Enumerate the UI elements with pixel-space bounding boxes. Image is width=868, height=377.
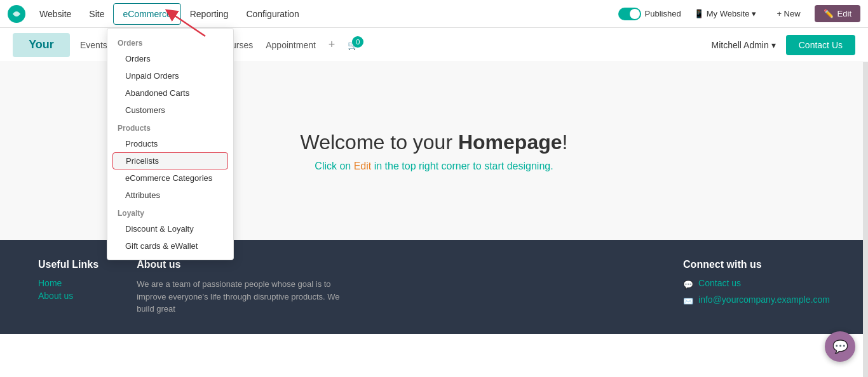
footer-email-link[interactable]: info@yourcompany.example.com xyxy=(698,294,830,305)
nav-events[interactable]: Events xyxy=(80,40,107,50)
dropdown-discount-loyalty[interactable]: Discount & Loyalty xyxy=(107,220,233,237)
nav-appointment[interactable]: Appointment xyxy=(266,40,316,50)
dropdown-attributes[interactable]: Attributes xyxy=(107,187,233,204)
hero-title: Welcome to your Homepage! xyxy=(301,131,568,154)
footer-about-us: About us We are a team of passionate peo… xyxy=(137,259,340,321)
dropdown-products[interactable]: Products xyxy=(107,135,233,152)
dropdown-unpaid-orders[interactable]: Unpaid Orders xyxy=(107,67,233,84)
dropdown-gift-cards[interactable]: Gift cards & eWallet xyxy=(107,237,233,255)
nav-ecommerce[interactable]: eCommerce xyxy=(113,3,180,25)
odoo-logo-area xyxy=(8,5,25,23)
site-logo: Your xyxy=(13,33,70,57)
email-icon: ✉️ xyxy=(683,296,693,306)
ecommerce-dropdown: Orders Orders Unpaid Orders Abandoned Ca… xyxy=(107,28,234,260)
nav-reporting[interactable]: Reporting xyxy=(181,4,238,24)
footer-email: ✉️ info@yourcompany.example.com xyxy=(683,294,830,307)
hero-subtitle: Click on Edit in the top right corner to… xyxy=(315,161,553,172)
edit-button[interactable]: ✏️ Edit xyxy=(815,5,860,22)
chevron-down-icon: ▾ xyxy=(771,40,776,50)
footer-link-about[interactable]: About us xyxy=(38,291,98,301)
footer-useful-links: Useful Links Home About us xyxy=(38,259,98,321)
edit-icon: ✏️ xyxy=(824,9,834,18)
my-website-button[interactable]: 📱 My Website ▾ xyxy=(688,6,763,21)
new-button[interactable]: + New xyxy=(769,5,808,22)
chat-icon: 💬 xyxy=(683,280,693,289)
cart-badge: 0 xyxy=(352,36,363,48)
user-menu-button[interactable]: Mitchell Admin ▾ xyxy=(711,40,775,50)
footer-about-heading: About us xyxy=(137,259,340,270)
nav-configuration[interactable]: Configuration xyxy=(237,4,308,24)
nav-website[interactable]: Website xyxy=(31,4,80,24)
admin-nav: Website Site eCommerce Reporting Configu… xyxy=(31,3,618,25)
admin-bar-right: Published 📱 My Website ▾ + New ✏️ Edit xyxy=(618,5,860,22)
products-section-label: Products xyxy=(107,119,233,135)
published-toggle[interactable]: Published xyxy=(618,8,681,20)
dropdown-abandoned-carts[interactable]: Abandoned Carts xyxy=(107,84,233,102)
contact-us-button[interactable]: Contact Us xyxy=(786,35,855,55)
website-nav-right: Mitchell Admin ▾ Contact Us xyxy=(711,35,855,55)
footer-connect: Connect with us 💬 Contact us ✉️ info@you… xyxy=(683,259,830,321)
dropdown-orders[interactable]: Orders xyxy=(107,50,233,67)
admin-bar: Website Site eCommerce Reporting Configu… xyxy=(0,0,868,28)
published-label: Published xyxy=(645,9,681,18)
footer-about-text: We are a team of passionate people whose… xyxy=(137,278,340,315)
footer-useful-links-heading: Useful Links xyxy=(38,259,98,270)
chat-bubble-button[interactable]: 💬 xyxy=(825,331,855,362)
dropdown-ecommerce-categories[interactable]: eCommerce Categories xyxy=(107,169,233,187)
chevron-down-icon: ▾ xyxy=(752,9,756,18)
dropdown-pricelists[interactable]: Pricelists xyxy=(112,152,228,169)
footer-link-home[interactable]: Home xyxy=(38,278,98,288)
nav-site[interactable]: Site xyxy=(80,4,113,24)
footer-contact-us: 💬 Contact us xyxy=(683,278,830,291)
orders-section-label: Orders xyxy=(107,34,233,50)
footer-contact-link[interactable]: Contact us xyxy=(698,278,741,288)
loyalty-section-label: Loyalty xyxy=(107,204,233,220)
toggle-switch[interactable] xyxy=(618,8,641,20)
dropdown-customers[interactable]: Customers xyxy=(107,102,233,119)
add-nav-item-button[interactable]: + xyxy=(329,38,336,51)
footer-connect-heading: Connect with us xyxy=(683,259,830,270)
odoo-logo-icon xyxy=(8,5,25,23)
cart-button[interactable]: 🛒 0 xyxy=(348,40,358,50)
